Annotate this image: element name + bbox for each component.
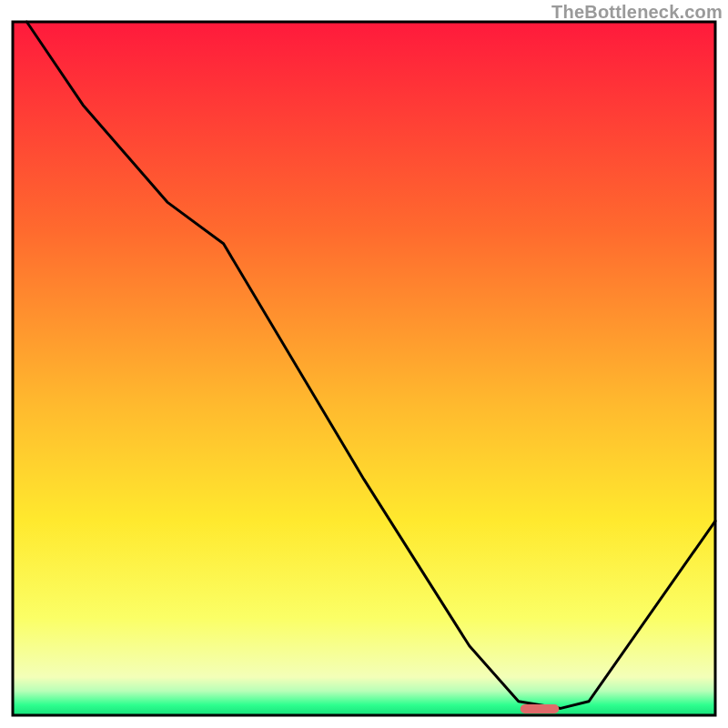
- optimum-marker: [521, 704, 559, 713]
- plot-background: [13, 22, 715, 715]
- watermark-text: TheBottleneck.com: [551, 2, 723, 23]
- chart-container: TheBottleneck.com: [0, 0, 728, 728]
- bottleneck-chart: [0, 0, 728, 728]
